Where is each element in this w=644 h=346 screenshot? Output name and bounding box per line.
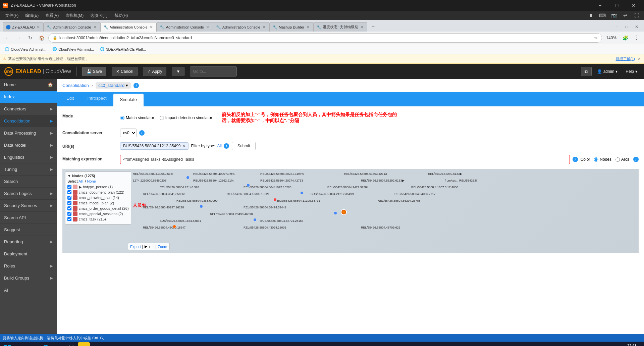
sidebar-item-search[interactable]: Search	[0, 176, 57, 188]
goto-input[interactable]	[190, 66, 237, 77]
node-checkbox[interactable]	[67, 196, 71, 200]
copy-icon[interactable]: ⧉	[581, 67, 592, 76]
node-checkbox[interactable]	[67, 190, 71, 194]
filter-info-icon[interactable]: i	[224, 143, 229, 149]
expr-info-icon[interactable]: i	[573, 157, 578, 162]
submit-button[interactable]: Submit	[232, 142, 256, 150]
sidebar-item-search-api[interactable]: Search API	[0, 212, 57, 224]
admin-button[interactable]: 👤 admin ▾	[594, 68, 621, 75]
sidebar-item-linguistics[interactable]: Linguistics ▶	[0, 151, 57, 163]
bookmark-cloudview-1[interactable]: 🌐 CloudView Administ...	[3, 46, 48, 52]
breadcrumb-parent-link[interactable]: Consolidation	[62, 83, 89, 88]
node-checkbox[interactable]	[67, 212, 71, 216]
export-link[interactable]: Export	[130, 245, 141, 249]
apply-button[interactable]: ✓ Apply	[143, 67, 166, 76]
revert-icon[interactable]: ↩	[621, 12, 630, 19]
sidebar-item-consolidation[interactable]: Consolidation ▶	[0, 115, 57, 127]
sidebar-item-deployment[interactable]: Deployment	[0, 248, 57, 260]
sidebar-item-security-sources[interactable]: Security Sources ▶	[0, 200, 57, 212]
close-button[interactable]: ✕	[626, 0, 641, 11]
select-all-link[interactable]: All	[78, 179, 83, 183]
browser-menu-button[interactable]: ⋮	[632, 33, 641, 43]
color-arcs-radio[interactable]: Arcs	[615, 157, 629, 162]
breadcrumb-info-icon[interactable]: i	[133, 83, 139, 88]
tab-admin-3[interactable]: 🔧 Administration Console ✕	[157, 22, 213, 32]
taskbar-edge-button[interactable]: 🌐	[40, 342, 52, 346]
tab-close[interactable]: ✕	[36, 25, 41, 30]
help-button[interactable]: Help ▾	[623, 68, 640, 75]
color-nodes-radio[interactable]: Nodes	[594, 157, 611, 162]
forward-button[interactable]: →	[14, 33, 23, 43]
tab-close[interactable]: ✕	[360, 25, 364, 30]
tab-simulate[interactable]: Simulate	[113, 94, 144, 106]
sidebar-item-build-groups[interactable]: Build Groups ▶	[0, 272, 57, 284]
send-ctrl-alt-del-icon[interactable]: ⌨	[598, 12, 607, 19]
sidebar-item-connectors[interactable]: Connectors ▶	[0, 103, 57, 115]
bookmark-3dexp[interactable]: 🌐 3DEXPERIENCE Platf...	[98, 46, 148, 52]
tab-close[interactable]: ✕	[205, 25, 210, 30]
tab-edit[interactable]: Edit	[60, 92, 80, 106]
tab-close[interactable]: ✕	[262, 25, 266, 30]
tab-close[interactable]: ✕	[93, 25, 97, 30]
tab-introspect[interactable]: Introspect	[80, 92, 113, 106]
color-info-icon[interactable]: i	[633, 157, 639, 162]
sidebar-item-search-logics[interactable]: Search Logics ▶	[0, 188, 57, 200]
tab-close[interactable]: ✕	[149, 25, 154, 30]
maximize-button[interactable]: □	[609, 0, 625, 11]
pause-icon[interactable]: ⏸	[586, 12, 596, 19]
back-button[interactable]: ←	[3, 33, 12, 43]
menu-view[interactable]: 查看(V)	[43, 11, 61, 20]
tab-mashup[interactable]: 🔧 Mashup Builder ✕	[269, 22, 313, 32]
taskbar-search-button[interactable]: ○	[14, 342, 26, 346]
snapshot-icon[interactable]: 📷	[609, 12, 619, 19]
zoom-icon[interactable]: −	[152, 245, 154, 249]
sidebar-item-roles[interactable]: Roles ▶	[0, 260, 57, 272]
new-tab-button[interactable]: +	[369, 22, 378, 32]
expr-input[interactable]	[120, 155, 570, 164]
taskbar-vmware-button[interactable]: ▶	[78, 342, 90, 346]
tab-progress[interactable]: 🔧 进度状态: 支付物级别 ✕	[313, 22, 367, 32]
mode-match-radio[interactable]: Match simulator	[120, 115, 154, 120]
tab-restore-button[interactable]: □	[622, 23, 631, 31]
cancel-button[interactable]: ✕ Cancel	[112, 67, 138, 76]
sidebar-item-index[interactable]: Index	[0, 91, 57, 103]
tab-admin-2-active[interactable]: 🔧 Administration Console ✕	[100, 22, 157, 32]
sidebar-item-data-processing[interactable]: Data Processing ▶	[0, 127, 57, 139]
node-checkbox[interactable]	[67, 201, 71, 205]
bookmark-cloudview-2[interactable]: 🌐 CloudView Administ...	[50, 46, 96, 52]
node-checkbox[interactable]	[67, 206, 71, 210]
server-select[interactable]: cs0	[120, 129, 137, 137]
sidebar-item-ai[interactable]: Ai	[0, 284, 57, 296]
filter-all-link[interactable]: All	[217, 144, 222, 148]
minus-icon[interactable]: +	[149, 245, 151, 249]
tab-minimize-button[interactable]: −	[612, 23, 621, 31]
tab-close[interactable]: ✕	[306, 25, 310, 30]
menu-file[interactable]: 文件(F)	[3, 11, 21, 20]
taskbar-explorer-button[interactable]: 📁	[52, 342, 64, 346]
sidebar-item-suggest[interactable]: Suggest	[0, 224, 57, 236]
bookmark-star-icon[interactable]: ☆	[594, 36, 598, 40]
menu-help[interactable]: 帮助(H)	[112, 11, 131, 20]
home-button[interactable]: 🏠	[37, 33, 46, 43]
plus-icon[interactable]: ▶	[145, 244, 147, 249]
warning-detail-link[interactable]: 详细了解(L)	[616, 56, 635, 61]
taskbar-firefox-button[interactable]: 🦊	[65, 342, 77, 346]
sidebar-item-home[interactable]: Home 🏠	[0, 79, 57, 91]
uri-remove-icon[interactable]: ✕	[182, 144, 185, 148]
tab-close-button[interactable]: ✕	[632, 23, 641, 31]
select-none-link[interactable]: None	[87, 179, 96, 183]
save-button[interactable]: 💾 Save	[82, 67, 106, 76]
fullscreen-icon[interactable]: ⛶	[632, 12, 641, 19]
tab-admin-4[interactable]: 🔧 Administration Console ✕	[213, 22, 269, 32]
menu-edit[interactable]: 编辑(E)	[22, 11, 41, 20]
sidebar-item-data-model[interactable]: Data Model ▶	[0, 139, 57, 151]
breadcrumb-current[interactable]: cc0_standard ▾	[96, 82, 131, 89]
refresh-button[interactable]: ↻	[25, 33, 35, 43]
node-checkbox[interactable]	[67, 185, 71, 189]
server-info-icon[interactable]: i	[139, 130, 145, 136]
address-bar[interactable]: 🔒 localhost:30001/admin/#consolidation?_…	[48, 33, 602, 43]
menu-vm[interactable]: 虚拟机(M)	[63, 11, 86, 20]
menu-tab[interactable]: 选项卡(T)	[88, 11, 110, 20]
taskbar-taskview-button[interactable]: ⚃	[27, 342, 39, 346]
warning-close-button[interactable]: ✕	[637, 56, 641, 62]
